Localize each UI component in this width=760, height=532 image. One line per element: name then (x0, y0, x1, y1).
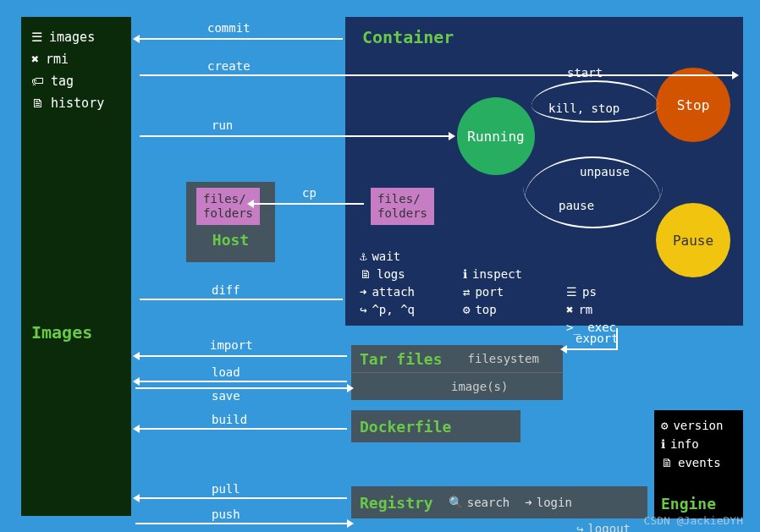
info-icon: ℹ (661, 437, 665, 451)
anchor-icon: ⚓ (360, 250, 366, 263)
label-pull: pull (212, 482, 240, 496)
registry-title: Registry (360, 494, 433, 512)
files-label: files/folders (377, 192, 427, 220)
search-icon: 🔍 (449, 496, 463, 509)
tarfiles-title: Tar files (360, 350, 443, 368)
gear-icon: ⚙ (661, 419, 668, 432)
item-label: tag (51, 74, 74, 89)
doc-icon: 🗎 (31, 96, 44, 111)
engine-panel: ⚙version ℹinfo 🗎events Engine (654, 410, 743, 518)
label-commit: commit (207, 21, 251, 35)
tarfiles-panel: Tar files filesystem image(s) (351, 345, 563, 400)
images-item: ✖ rmi (31, 52, 121, 67)
arrow-export (567, 348, 618, 350)
logout-icon: ↪ (360, 303, 366, 316)
images-item: 🗎 history (31, 96, 121, 111)
item-label: history (51, 96, 104, 111)
engine-info: ℹinfo (661, 437, 736, 451)
label-cp: cp (302, 186, 317, 200)
container-title: Container (362, 27, 733, 47)
logout-icon: ↪ (576, 522, 583, 532)
arrow-save (135, 387, 347, 389)
x-icon: ✖ (31, 52, 39, 67)
gears-icon: ⚙ (463, 303, 470, 316)
list-icon: ☰ (566, 285, 577, 299)
cmd-top: ⚙top (463, 303, 566, 316)
cmd-search: 🔍search (449, 496, 510, 509)
engine-events: 🗎events (661, 456, 736, 469)
arrow-load (140, 381, 347, 382)
cmd-logout: ↪logout (576, 522, 631, 532)
engine-title: Engine (661, 495, 736, 513)
arrow-commit (140, 38, 343, 40)
transition-start: start (567, 66, 603, 80)
info-icon: ℹ (463, 267, 467, 281)
host-title: Host (195, 231, 267, 249)
images-title: Images (31, 322, 121, 343)
files-label: files/folders (203, 192, 253, 220)
arrow-export-v (616, 328, 618, 350)
doc-icon: 🗎 (661, 456, 673, 469)
arrow-import (140, 355, 347, 357)
engine-version: ⚙version (661, 419, 736, 432)
state-label: Pause (673, 233, 713, 249)
tarfiles-row-img: image(s) (451, 380, 508, 393)
label-export: export (576, 332, 619, 345)
cmd-ps: ☰ps (566, 285, 669, 299)
cmd-logs: 🗎logs (360, 267, 463, 281)
arrow-build (140, 428, 347, 430)
files-folders-container: files/folders (371, 188, 434, 225)
swap-icon: ⇄ (463, 285, 470, 299)
arrow-push (135, 523, 347, 524)
item-label: images (49, 30, 95, 45)
images-item: 🏷 tag (31, 74, 121, 89)
cmd-login: ➜login (525, 496, 572, 509)
label-diff: diff (212, 283, 240, 297)
tag-icon: 🏷 (31, 74, 44, 89)
dockerfile-title: Dockerfile (360, 418, 451, 436)
item-label: rmi (46, 52, 69, 67)
label-create: create (207, 59, 251, 73)
arrow-pull (140, 497, 347, 499)
arrow-diff (140, 299, 343, 300)
tarfiles-row-fs: filesystem (468, 352, 539, 365)
label-load: load (212, 365, 240, 379)
stop-state: Stop (656, 68, 730, 142)
cmd-wait: ⚓wait (360, 250, 463, 263)
label-import: import (210, 338, 253, 352)
images-item: ☰ images (31, 30, 121, 45)
watermark: CSDN @JackieDYH (644, 514, 743, 527)
label-build: build (212, 413, 247, 426)
state-label: Running (467, 129, 524, 145)
list-icon: ☰ (31, 30, 42, 45)
cmd-detach: ↪^p, ^q (360, 303, 463, 316)
label-run: run (212, 118, 233, 132)
arrow-create-top (140, 74, 732, 76)
label-push: push (212, 507, 240, 521)
state-label: Stop (677, 97, 710, 113)
login-icon: ➜ (525, 496, 531, 509)
running-state: Running (457, 97, 535, 175)
cmd-inspect: ℹinspect (463, 267, 566, 281)
x-icon: ✖ (566, 303, 573, 316)
login-icon: ➜ (360, 285, 366, 299)
arrow-cp (254, 203, 364, 205)
label-save: save (212, 389, 240, 403)
cmd-attach: ➜attach (360, 285, 463, 299)
arrow-run (140, 135, 449, 137)
container-commands: ⚓wait 🗎logs ℹinspect ➜attach ⇄port ☰ps ↪… (360, 250, 745, 334)
cmd-port: ⇄port (463, 285, 566, 299)
doc-icon: 🗎 (360, 267, 372, 281)
dockerfile-panel: Dockerfile (351, 410, 520, 442)
cmd-rm: ✖rm (566, 303, 669, 316)
registry-panel: Registry 🔍search ➜login ↪logout (351, 486, 647, 518)
images-panel: ☰ images ✖ rmi 🏷 tag 🗎 history Images (21, 17, 131, 516)
